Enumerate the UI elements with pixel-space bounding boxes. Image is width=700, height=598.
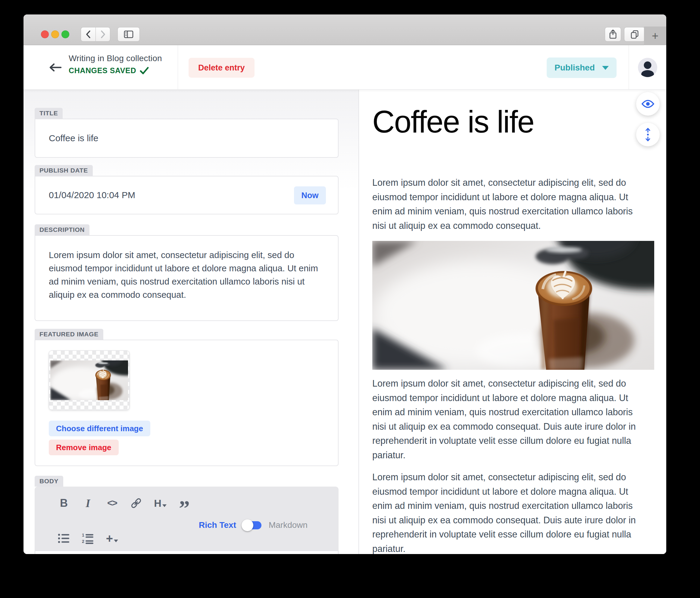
publish-status-dropdown[interactable]: Published xyxy=(547,57,617,78)
list-number-1: 1 xyxy=(82,532,84,538)
remove-image-button[interactable]: Remove image xyxy=(49,440,119,455)
italic-icon: I xyxy=(86,496,90,510)
bulleted-list-button[interactable] xyxy=(56,530,72,547)
numbered-list-icon: 1 2 xyxy=(82,532,94,544)
preview-pane: Coffee is life Lorem ipsum dolor sit ame… xyxy=(359,90,666,554)
coffee-photo xyxy=(50,360,128,400)
bold-button[interactable]: B xyxy=(56,495,72,511)
code-icon: <> xyxy=(107,498,117,509)
back-to-collection-button[interactable] xyxy=(48,62,62,73)
bold-icon: B xyxy=(60,497,68,510)
tabs-icon xyxy=(629,29,640,40)
collection-breadcrumb: Writing in Blog collection xyxy=(69,54,162,63)
toggle-preview-button[interactable] xyxy=(636,92,660,115)
code-button[interactable]: <> xyxy=(104,495,120,511)
publish-date-value: 01/04/2020 10:04 PM xyxy=(49,190,135,200)
back-arrow-icon xyxy=(48,62,62,73)
chevron-down-icon xyxy=(114,540,118,542)
title-input[interactable]: Coffee is life xyxy=(35,119,339,158)
body-field-label: BODY xyxy=(35,476,63,487)
sidebar-icon xyxy=(123,29,134,40)
browser-forward-button[interactable] xyxy=(96,27,110,42)
browser-titlebar: + xyxy=(24,15,666,45)
remove-image-label: Remove image xyxy=(56,443,111,452)
scroll-sync-button[interactable] xyxy=(636,123,660,146)
content-area: TITLE Coffee is life PUBLISH DATE 01/04/… xyxy=(24,90,666,554)
delete-entry-label: Delete entry xyxy=(198,63,245,73)
preview-title: Coffee is life xyxy=(372,104,534,140)
publish-status-label: Published xyxy=(554,63,595,73)
save-status: CHANGES SAVED xyxy=(69,66,162,75)
share-icon xyxy=(608,29,618,40)
screenshot-stage: + Writing in Blog collection CHANGES SAV… xyxy=(0,0,700,598)
eye-icon xyxy=(641,99,654,109)
up-down-arrows-icon xyxy=(644,127,651,142)
new-tab-button[interactable]: + xyxy=(644,26,666,45)
entry-header-info: Writing in Blog collection CHANGES SAVED xyxy=(69,54,162,75)
bulleted-list-icon xyxy=(57,532,70,544)
markdown-mode-label[interactable]: Markdown xyxy=(269,520,307,530)
quote-button[interactable]: ” xyxy=(176,495,193,511)
delete-entry-button[interactable]: Delete entry xyxy=(189,58,254,78)
featured-image-field-label: FEATURED IMAGE xyxy=(35,329,103,340)
preview-paragraph: Lorem ipsum dolor sit amet, consectetur … xyxy=(372,176,648,233)
link-button[interactable] xyxy=(128,495,144,511)
chevron-down-icon xyxy=(162,504,167,507)
body-editor-area[interactable] xyxy=(35,550,339,554)
featured-image-widget: Choose different image Remove image xyxy=(35,340,339,466)
body-toolbar: B I <> xyxy=(35,487,339,550)
editor-mode-toggle[interactable] xyxy=(243,521,261,529)
save-status-label: CHANGES SAVED xyxy=(69,66,136,75)
title-field-label: TITLE xyxy=(35,108,62,119)
description-input[interactable]: Lorem ipsum dolor sit amet, consectetur … xyxy=(35,235,339,321)
toggle-knob xyxy=(242,519,253,531)
user-avatar[interactable] xyxy=(638,58,657,77)
chevron-down-icon xyxy=(602,66,609,70)
share-button[interactable] xyxy=(605,27,621,42)
header-divider xyxy=(178,45,178,90)
quote-icon: ” xyxy=(179,505,190,511)
preview-featured-image xyxy=(372,241,654,370)
zoom-window-button[interactable] xyxy=(61,30,69,38)
avatar-person-icon xyxy=(644,61,651,69)
editor-mode-toggle-row: Rich Text Markdown xyxy=(199,517,331,533)
plus-icon: + xyxy=(652,29,658,43)
featured-image-thumbnail[interactable] xyxy=(49,350,129,410)
preview-paragraph: Lorem ipsum dolor sit amet, consectetur … xyxy=(372,376,648,462)
chevron-left-icon xyxy=(85,30,92,39)
heading-button[interactable]: H xyxy=(152,495,168,511)
description-value: Lorem ipsum dolor sit amet, consectetur … xyxy=(49,249,329,302)
publish-date-input[interactable]: 01/04/2020 10:04 PM Now xyxy=(35,176,339,214)
header-divider xyxy=(629,45,629,90)
editor-pane: TITLE Coffee is life PUBLISH DATE 01/04/… xyxy=(24,90,359,554)
add-component-button[interactable]: + xyxy=(104,530,120,547)
chevron-right-icon xyxy=(100,30,106,39)
cms-header: Writing in Blog collection CHANGES SAVED… xyxy=(24,45,666,90)
heading-icon: H xyxy=(154,497,161,509)
plus-icon: + xyxy=(106,532,113,545)
close-window-button[interactable] xyxy=(41,30,49,38)
tab-overview-button[interactable] xyxy=(624,27,645,42)
title-input-value: Coffee is life xyxy=(49,133,99,143)
minimize-window-button[interactable] xyxy=(51,30,59,38)
publish-date-field-label: PUBLISH DATE xyxy=(35,165,93,176)
now-button-label: Now xyxy=(301,191,319,200)
numbered-list-button[interactable]: 1 2 xyxy=(80,530,96,547)
now-button[interactable]: Now xyxy=(294,186,326,204)
list-number-2: 2 xyxy=(82,539,84,544)
browser-window: + Writing in Blog collection CHANGES SAV… xyxy=(24,15,666,554)
preview-paragraph: Lorem ipsum dolor sit amet, consectetur … xyxy=(372,470,648,554)
sidebar-toggle-button[interactable] xyxy=(118,27,140,42)
choose-different-image-button[interactable]: Choose different image xyxy=(49,421,150,436)
link-icon xyxy=(130,497,143,510)
rich-text-mode-label[interactable]: Rich Text xyxy=(199,520,236,530)
description-field-label: DESCRIPTION xyxy=(35,224,90,235)
choose-different-image-label: Choose different image xyxy=(56,424,143,433)
italic-button[interactable]: I xyxy=(80,495,96,511)
check-icon xyxy=(140,67,149,75)
browser-back-button[interactable] xyxy=(81,27,96,42)
